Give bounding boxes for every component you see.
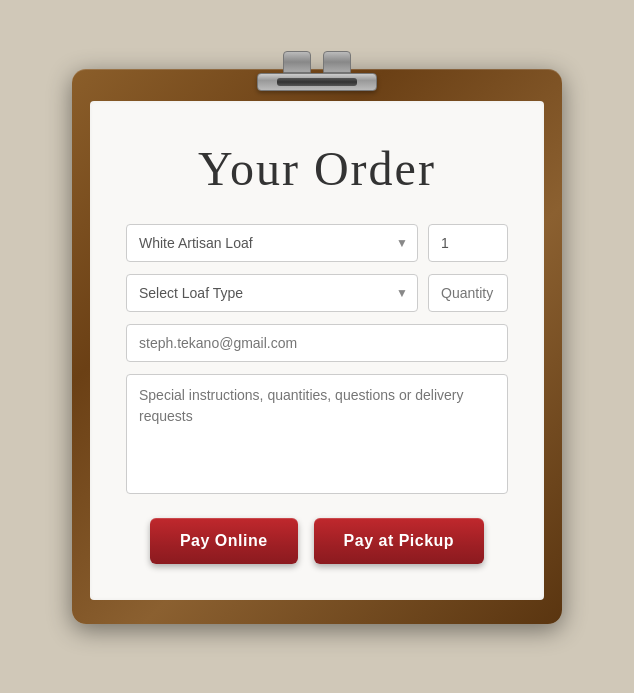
clip-arm-right [323, 51, 351, 73]
special-instructions-textarea[interactable] [126, 374, 508, 494]
clip-arm-left [283, 51, 311, 73]
loaf-subtype-wrapper: Select Loaf Type Small Large Sliced ▼ [126, 274, 418, 312]
clip-bar [257, 73, 377, 91]
loaf-type-select[interactable]: White Artisan Loaf Whole Wheat Loaf Sour… [126, 224, 418, 262]
email-input[interactable] [126, 324, 508, 362]
pay-at-pickup-button[interactable]: Pay at Pickup [314, 518, 485, 564]
clip [257, 51, 377, 91]
quantity-placeholder-input[interactable] [428, 274, 508, 312]
loaf-subtype-row: Select Loaf Type Small Large Sliced ▼ [126, 274, 508, 312]
pay-online-button[interactable]: Pay Online [150, 518, 298, 564]
loaf-type-wrapper: White Artisan Loaf Whole Wheat Loaf Sour… [126, 224, 418, 262]
button-row: Pay Online Pay at Pickup [126, 518, 508, 564]
clip-bar-inner [277, 78, 357, 86]
loaf-row: White Artisan Loaf Whole Wheat Loaf Sour… [126, 224, 508, 262]
paper: Your Order White Artisan Loaf Whole Whea… [90, 101, 544, 600]
clip-arms [283, 51, 351, 73]
quantity-input[interactable] [428, 224, 508, 262]
email-row [126, 324, 508, 362]
page-title: Your Order [126, 141, 508, 196]
clipboard: Your Order White Artisan Loaf Whole Whea… [72, 69, 562, 624]
loaf-subtype-select[interactable]: Select Loaf Type Small Large Sliced [126, 274, 418, 312]
special-instructions-row [126, 374, 508, 494]
